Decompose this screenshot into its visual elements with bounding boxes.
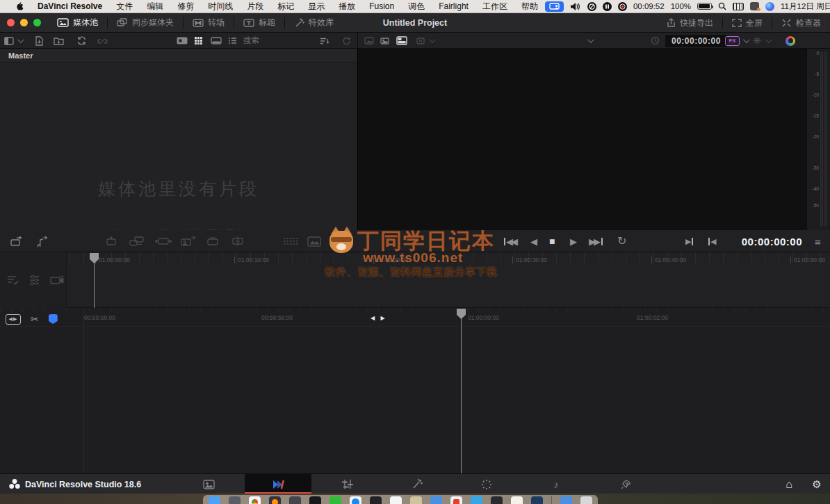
strip-view-button[interactable] [177,33,188,49]
page-media[interactable] [198,474,219,494]
dock-icon-books[interactable] [430,496,442,504]
upper-timeline[interactable]: 01:00:00:00 01:00:10:00 01:00:20:00 01:0… [0,252,830,308]
color-management-button[interactable] [786,33,795,49]
thumbnail-view-button[interactable] [195,33,202,49]
camera-lock-icon[interactable] [49,275,65,286]
transitions-toggle[interactable]: 转场 [184,13,234,32]
refresh-button[interactable] [342,33,351,49]
screenrec-pause-icon[interactable] [603,2,612,11]
screenrec-draw-icon[interactable] [587,2,596,11]
camera-button[interactable] [307,230,321,252]
menubar-datetime[interactable]: 11月12日 周日 14:20 [781,1,830,12]
dock-icon-telegram[interactable] [471,496,482,504]
append-audio-button[interactable] [35,230,49,252]
append-end-button[interactable] [129,230,145,252]
fullscreen-button[interactable]: 全屏 [723,13,772,33]
menu-mark[interactable]: 标记 [270,1,301,13]
timeline-view-icon[interactable]: ◀▶ [6,314,21,325]
input-source-icon[interactable] [733,3,744,10]
trim-arrows[interactable]: ◀ ▶ [371,315,387,321]
lower-ruler[interactable] [0,308,830,327]
screen-sharing-icon[interactable] [545,1,564,12]
volume-icon[interactable] [570,2,581,11]
prev-edit-button[interactable]: ◀ [708,230,716,252]
ripple-overwrite-button[interactable] [154,230,172,252]
menu-trim[interactable]: 修剪 [170,1,201,13]
viewer-timeline-button[interactable] [396,33,407,49]
menu-view[interactable]: 显示 [301,1,332,13]
project-settings-button[interactable]: ⚙ [806,474,827,494]
page-cut-active-tab[interactable] [245,474,311,494]
page-edit[interactable] [337,474,358,494]
menu-help[interactable]: 帮助 [514,1,545,13]
apple-menu[interactable] [8,1,31,11]
screenrec-stop-icon[interactable] [618,2,627,11]
import-folder-button[interactable] [54,33,64,49]
menu-workspace[interactable]: 工作区 [475,1,514,13]
page-fairlight[interactable]: ♪ [546,474,567,494]
source-overwrite-button[interactable] [229,230,246,252]
viewer-options-button[interactable] [416,33,434,49]
bin-header[interactable]: Master [0,49,357,63]
menu-fusion[interactable]: Fusion [362,1,401,11]
menu-playback[interactable]: 播放 [332,1,362,13]
page-cut[interactable] [268,474,288,494]
menu-fairlight[interactable]: Fairlight [432,1,475,11]
main-timeline[interactable]: 00:59:56:00 00:59:58:00 01:00:00:00 01:0… [0,308,830,473]
menu-edit[interactable]: 编辑 [140,1,170,13]
viewer-dropdown[interactable] [587,33,592,49]
sync-clips-button[interactable] [76,33,87,49]
inspector-toggle[interactable]: 检查器 [772,13,830,33]
dock-icon-home-app[interactable] [410,496,422,504]
zoom-options-button[interactable] [752,33,770,49]
next-edit-button[interactable]: ▶ [685,230,693,252]
dock-icon-trash[interactable] [580,496,592,504]
dock-icon-calculator[interactable] [289,496,301,504]
siri-icon[interactable] [765,2,774,11]
metadata-view-button[interactable] [211,33,222,49]
page-color[interactable] [476,474,497,494]
dock-icon-finder[interactable] [209,496,220,504]
sort-button[interactable] [320,33,329,49]
go-to-start-button[interactable]: ◀◀ [504,230,516,252]
snap-indicator-icon[interactable] [49,314,58,324]
dock-icon-notes[interactable] [511,496,523,504]
menu-color[interactable]: 调色 [401,1,432,13]
menu-clip[interactable]: 片段 [240,1,270,13]
menu-timeline[interactable]: 时间线 [201,1,240,13]
titles-toggle[interactable]: 标题 [234,13,284,32]
media-pool-toggle[interactable]: 媒体池 [48,13,107,32]
timeline-options-button[interactable]: ≡ [815,230,821,252]
play-button[interactable]: ▶ [570,230,577,252]
dock-icon-firefox[interactable] [269,496,281,504]
search-label[interactable]: 搜索 [243,33,259,49]
dock-icon-wechat[interactable] [329,496,341,504]
minimize-window-button[interactable] [20,19,28,26]
place-on-top-button[interactable] [205,230,220,252]
dock-icon-mail[interactable] [309,496,321,504]
fx-overlay-button[interactable]: FX [725,33,748,49]
sync-bin-toggle[interactable]: 同步媒体夹 [108,13,183,32]
dock-icon-terminal[interactable] [370,496,382,504]
menubar-app-name[interactable]: DaVinci Resolve [31,1,109,11]
list-view-button[interactable] [228,33,237,49]
append-video-button[interactable] [10,230,24,252]
dock-icon-dark-app[interactable] [491,496,503,504]
relink-button[interactable] [97,33,108,49]
close-window-button[interactable] [7,19,15,26]
spotlight-icon[interactable] [718,2,726,10]
import-media-button[interactable] [35,33,44,49]
quick-export-button[interactable]: 快捷导出 [658,13,722,33]
adjust-icon[interactable] [28,275,42,286]
dock-icon-launchpad[interactable] [229,496,241,504]
loop-button[interactable]: ↻ [617,230,626,252]
smart-insert-button[interactable] [104,230,118,252]
page-fusion[interactable] [407,474,428,494]
play-reverse-button[interactable]: ◀ [530,230,537,252]
go-to-end-button[interactable]: ▶▶ [589,230,603,252]
scissors-icon[interactable]: ✂ [31,314,39,325]
dock-icon-pdf-app[interactable] [450,496,462,504]
viewer-solo-button[interactable] [364,33,374,49]
dock-icon-chrome[interactable] [249,496,261,504]
effects-library-toggle[interactable]: 特效库 [285,13,343,32]
